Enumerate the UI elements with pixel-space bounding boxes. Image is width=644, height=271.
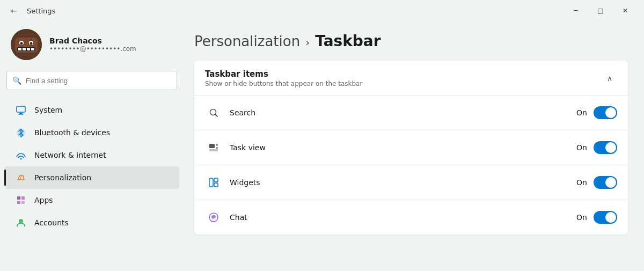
titlebar-title: Settings	[27, 7, 55, 15]
apps-icon	[15, 194, 27, 206]
titlebar: ← Settings ─ □ ✕	[0, 0, 644, 21]
svg-point-5	[30, 42, 33, 45]
setting-row-widgets: Widgets On	[194, 165, 628, 200]
system-icon	[15, 104, 27, 116]
user-email: ••••••••@•••••••••.com	[49, 45, 136, 53]
maximize-button[interactable]: □	[588, 2, 613, 19]
avatar	[11, 29, 42, 60]
svg-point-23	[210, 109, 216, 115]
search-icon: 🔍	[12, 76, 21, 85]
sidebar-item-label-network: Network & internet	[34, 151, 106, 159]
sidebar-item-apps[interactable]: Apps	[4, 189, 179, 211]
svg-rect-29	[209, 178, 213, 187]
svg-rect-21	[21, 201, 25, 204]
chat-row-label: Chat	[230, 213, 576, 222]
chat-setting-icon	[205, 209, 222, 226]
search-row-status: On	[576, 108, 587, 117]
taskview-toggle[interactable]	[594, 141, 617, 154]
titlebar-left: ← Settings	[6, 3, 564, 18]
svg-rect-25	[209, 144, 215, 148]
main-content: Personalization › Taskbar Taskbar items …	[184, 21, 644, 271]
taskview-row-label: Task view	[230, 143, 576, 152]
sidebar-item-label-apps: Apps	[34, 196, 53, 204]
svg-rect-10	[31, 48, 34, 50]
search-input[interactable]	[26, 77, 171, 85]
collapse-button[interactable]: ∧	[602, 71, 617, 86]
personalization-icon	[15, 172, 27, 184]
breadcrumb-separator: ›	[305, 36, 310, 49]
setting-row-search: Search On	[194, 96, 628, 130]
user-name: Brad Chacos	[49, 36, 136, 45]
setting-row-taskview: Task view On	[194, 130, 628, 165]
widgets-row-label: Widgets	[230, 178, 576, 187]
close-button[interactable]: ✕	[613, 2, 638, 19]
svg-rect-12	[19, 113, 23, 114]
chat-toggle[interactable]	[594, 211, 617, 224]
sidebar-item-personalization[interactable]: Personalization	[4, 166, 179, 189]
svg-rect-11	[17, 106, 25, 112]
svg-rect-9	[27, 48, 30, 50]
card-header-subtitle: Show or hide buttons that appear on the …	[205, 80, 362, 87]
network-icon	[15, 149, 27, 161]
svg-rect-7	[18, 48, 21, 50]
svg-line-17	[20, 175, 21, 180]
taskbar-items-card: Taskbar items Show or hide buttons that …	[194, 61, 628, 235]
sidebar-item-label-bluetooth: Bluetooth & devices	[34, 128, 110, 137]
svg-point-15	[20, 158, 22, 160]
widgets-row-status: On	[576, 178, 587, 187]
search-toggle[interactable]	[594, 106, 617, 119]
card-header-text: Taskbar items Show or hide buttons that …	[205, 69, 362, 87]
sidebar-item-label-accounts: Accounts	[34, 218, 69, 227]
search-row-label: Search	[230, 108, 576, 117]
back-button[interactable]: ←	[6, 3, 21, 18]
sidebar-item-system[interactable]: System	[4, 99, 179, 121]
search-setting-icon	[205, 104, 222, 121]
search-container: 🔍	[0, 71, 184, 99]
widgets-setting-icon	[205, 174, 222, 191]
svg-rect-13	[18, 114, 24, 115]
page-header: Personalization › Taskbar	[194, 32, 628, 50]
svg-rect-18	[17, 196, 20, 200]
sidebar-item-bluetooth[interactable]: Bluetooth & devices	[4, 121, 179, 144]
minimize-button[interactable]: ─	[564, 2, 588, 19]
bluetooth-icon	[15, 127, 27, 138]
setting-row-chat: Chat On	[194, 200, 628, 235]
sidebar-item-label-personalization: Personalization	[34, 173, 91, 182]
page-title: Taskbar	[315, 32, 380, 50]
search-box: 🔍	[6, 71, 177, 90]
svg-rect-20	[17, 201, 20, 204]
sidebar-item-network[interactable]: Network & internet	[4, 144, 179, 166]
taskview-row-status: On	[576, 143, 587, 152]
svg-point-22	[19, 219, 23, 223]
svg-rect-19	[21, 196, 25, 200]
sidebar-item-accounts[interactable]: Accounts	[4, 211, 179, 234]
widgets-toggle[interactable]	[594, 176, 617, 189]
svg-rect-26	[216, 144, 218, 146]
sidebar-item-label-system: System	[34, 106, 62, 114]
app-body: Brad Chacos ••••••••@•••••••••.com 🔍	[0, 21, 644, 271]
accounts-icon	[15, 217, 27, 229]
svg-rect-31	[214, 183, 218, 187]
user-info: Brad Chacos ••••••••@•••••••••.com	[49, 36, 136, 53]
breadcrumb-parent: Personalization	[194, 33, 300, 49]
sidebar-nav: System Bluetooth & devices	[0, 99, 184, 234]
taskview-setting-icon	[205, 139, 222, 156]
svg-rect-30	[214, 178, 218, 182]
avatar-image	[11, 29, 42, 60]
svg-rect-8	[23, 48, 26, 50]
card-header: Taskbar items Show or hide buttons that …	[194, 61, 628, 96]
user-section: Brad Chacos ••••••••@•••••••••.com	[0, 21, 184, 71]
titlebar-controls: ─ □ ✕	[564, 2, 638, 19]
svg-rect-28	[209, 149, 218, 151]
svg-point-4	[20, 42, 23, 45]
sidebar: Brad Chacos ••••••••@•••••••••.com 🔍	[0, 21, 184, 271]
chat-row-status: On	[576, 213, 587, 222]
svg-rect-27	[216, 147, 218, 149]
svg-line-24	[216, 115, 218, 117]
card-header-title: Taskbar items	[205, 69, 362, 79]
